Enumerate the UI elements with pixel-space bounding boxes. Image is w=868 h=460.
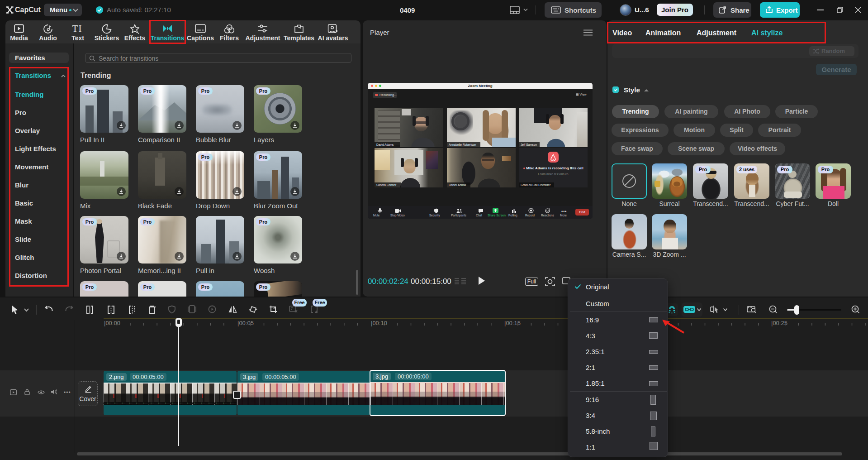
svg-text:I: I	[79, 24, 82, 33]
svg-text:T: T	[72, 24, 78, 33]
